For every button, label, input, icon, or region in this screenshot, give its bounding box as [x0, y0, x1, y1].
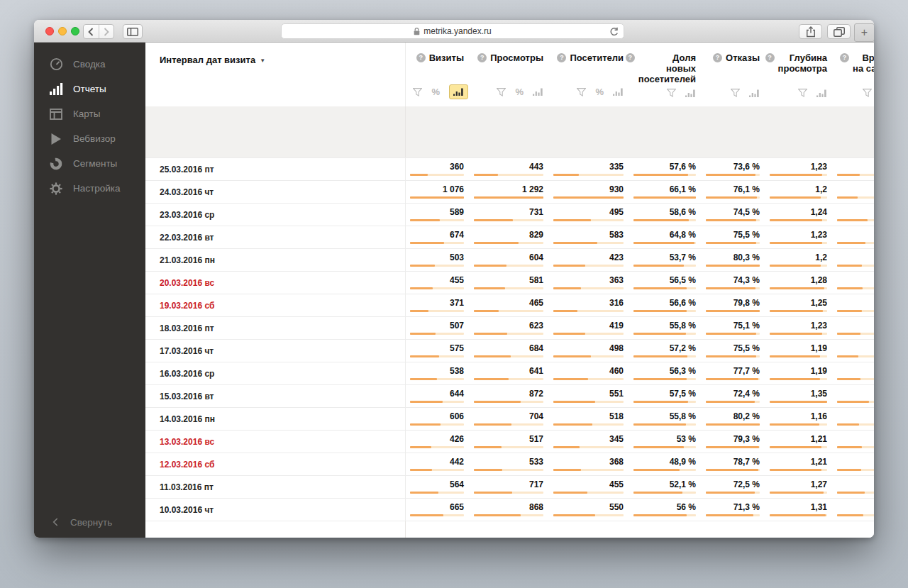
metric-cell-views: 829 — [470, 226, 549, 248]
metric-bar-fill — [770, 378, 820, 380]
metric-bar-fill — [837, 333, 860, 335]
new-tab-button[interactable]: + — [854, 23, 874, 42]
column-header-time[interactable]: ?Время на сайте — [833, 43, 874, 106]
sidebar-toggle-icon — [127, 28, 138, 36]
metric-bar — [706, 469, 760, 471]
column-label: Отказы — [726, 52, 760, 63]
metric-bar — [553, 310, 624, 312]
metric-value: 455 — [553, 479, 624, 489]
metric-value: 443 — [474, 162, 543, 172]
sidebar-toggle-button[interactable] — [123, 24, 143, 39]
filter-icon[interactable] — [667, 89, 676, 97]
metric-cell-time — [833, 317, 874, 339]
table-row: 16.03.2016 ср53864146056,3 %77,7 %1,19 — [145, 362, 874, 384]
metric-cell-depth: 1,23 — [765, 226, 833, 248]
metric-bar-fill — [837, 242, 865, 244]
filter-icon[interactable] — [798, 89, 807, 97]
column-header-bounce[interactable]: ?Отказы — [702, 43, 765, 106]
column-header-views[interactable]: ?Просмотры% — [470, 43, 549, 106]
close-button[interactable] — [45, 27, 54, 35]
forward-button[interactable] — [99, 25, 114, 38]
help-icon[interactable]: ? — [557, 53, 566, 62]
metric-bar — [410, 355, 464, 357]
help-icon[interactable]: ? — [416, 53, 426, 62]
minimize-button[interactable] — [58, 27, 67, 35]
metric-cell-time — [833, 408, 874, 430]
metric-cell-bounce: 72,4 % — [702, 385, 765, 407]
dimension-header-dropdown[interactable]: Интервал дат визита▼ — [145, 43, 405, 106]
metric-bar — [474, 219, 543, 221]
table-body: 25.03.2016 пт36044333557,6 %73,6 %1,2324… — [145, 157, 874, 521]
sidebar-item-gear[interactable]: Настройка — [34, 176, 145, 201]
zoom-button[interactable] — [71, 27, 79, 35]
metric-bar-fill — [706, 469, 758, 471]
metric-bar-fill — [837, 469, 861, 471]
date-cell: 21.03.2016 пн — [145, 249, 405, 271]
back-button[interactable] — [84, 25, 99, 38]
chart-icon[interactable] — [613, 88, 624, 96]
filter-icon[interactable] — [731, 89, 740, 97]
metric-value: 704 — [474, 411, 543, 421]
metric-bar — [633, 242, 696, 244]
column-header-visitors[interactable]: ?Посетители% — [549, 43, 629, 106]
table-footer-space — [145, 521, 874, 538]
date-cell: 14.03.2016 пн — [145, 408, 405, 430]
metric-bar-fill — [474, 401, 521, 403]
share-button[interactable] — [799, 24, 822, 39]
help-icon[interactable]: ? — [626, 53, 635, 62]
percent-icon[interactable]: % — [431, 87, 440, 97]
metric-cell-time — [833, 453, 874, 475]
help-icon[interactable]: ? — [765, 53, 775, 62]
help-icon[interactable]: ? — [477, 53, 487, 62]
filter-icon[interactable] — [863, 89, 872, 97]
metric-bar-fill — [706, 242, 756, 244]
column-header-depth[interactable]: ?Глубина просмотра — [765, 43, 833, 106]
metric-bar — [410, 469, 464, 471]
metric-bar — [837, 242, 874, 244]
table-row: 13.03.2016 вс42651734553 %79,3 %1,21 — [145, 430, 874, 453]
reload-button[interactable] — [609, 27, 619, 37]
column-header-new_share[interactable]: ?Доля новых посетителей — [629, 43, 702, 106]
sidebar-item-layout[interactable]: Карты — [34, 101, 145, 126]
filter-icon[interactable] — [497, 88, 506, 96]
chart-icon[interactable] — [533, 88, 543, 96]
metric-cell-views: 1 292 — [470, 181, 549, 203]
metric-value: 53,7 % — [633, 253, 696, 262]
metric-cell-new_share: 58,6 % — [629, 204, 702, 226]
metric-bar-fill — [770, 265, 821, 267]
metric-bar — [633, 401, 696, 403]
metric-value: 623 — [474, 321, 543, 331]
metric-cell-time — [833, 294, 874, 316]
metric-bar-fill — [553, 378, 588, 380]
filter-icon[interactable] — [413, 88, 422, 96]
percent-icon[interactable]: % — [595, 87, 604, 97]
filter-icon[interactable] — [577, 88, 586, 96]
chart-icon[interactable] — [816, 89, 827, 97]
metric-value: 72,5 % — [706, 479, 760, 489]
metric-value — [837, 434, 874, 444]
help-icon[interactable]: ? — [840, 53, 849, 62]
metric-bar — [770, 423, 827, 426]
metric-cell-new_share: 66,1 % — [629, 181, 702, 203]
chart-icon[interactable] — [749, 89, 760, 97]
chart-icon[interactable] — [685, 89, 696, 97]
sidebar-item-bar-chart[interactable]: Отчеты — [34, 77, 145, 101]
sidebar-item-play[interactable]: Вебвизор — [34, 126, 145, 151]
tabs-overview-button[interactable] — [827, 24, 851, 39]
metric-bar-fill — [553, 401, 595, 403]
chart-icon[interactable] — [449, 84, 468, 99]
metric-bar — [633, 219, 696, 221]
date-cell: 20.03.2016 вс — [145, 272, 405, 294]
sidebar-item-gauge[interactable]: Сводка — [34, 52, 145, 77]
collapse-label: Свернуть — [70, 517, 112, 528]
metric-cell-visits: 606 — [405, 408, 470, 430]
column-header-visits[interactable]: ?Визиты% — [405, 43, 470, 106]
collapse-sidebar-button[interactable]: Свернуть — [34, 506, 145, 538]
percent-icon[interactable]: % — [515, 87, 524, 97]
help-icon[interactable]: ? — [713, 53, 722, 62]
address-bar[interactable]: metrika.yandex.ru — [281, 23, 624, 39]
metric-value: 589 — [410, 207, 464, 217]
column-divider — [405, 106, 406, 157]
sidebar-item-segments[interactable]: Сегменты — [34, 151, 145, 176]
column-label: Доля новых посетителей — [638, 52, 696, 84]
